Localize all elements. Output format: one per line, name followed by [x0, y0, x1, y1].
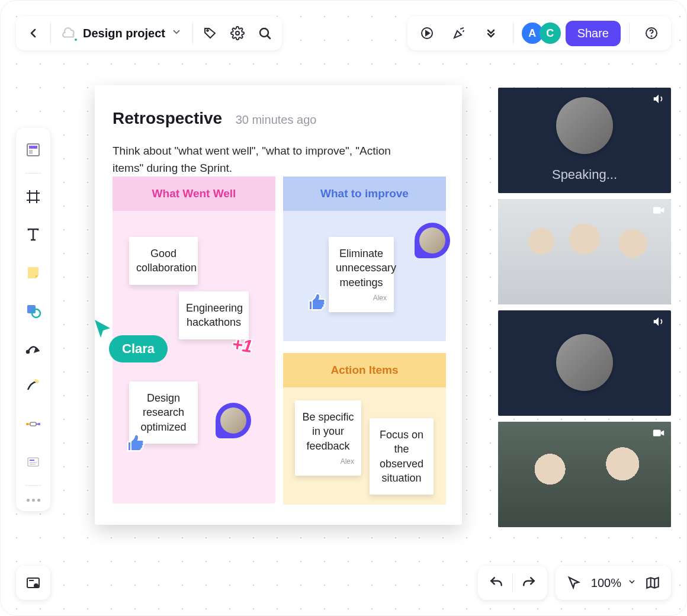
separator: [512, 573, 513, 592]
cloud-icon: [62, 25, 77, 41]
volume-icon: [652, 92, 665, 108]
speaking-status: Speaking...: [498, 167, 671, 182]
collaborator-cursor-label: Clara: [109, 335, 168, 362]
cursor-icon: [94, 319, 114, 340]
separator: [50, 23, 51, 44]
project-selector[interactable]: Design project: [54, 25, 189, 41]
tool-shapes[interactable]: [20, 297, 47, 324]
sticky-note[interactable]: Eliminate unnecessary meetings Alex: [329, 237, 394, 312]
sticky-note[interactable]: Focus on the observed situation: [370, 418, 434, 495]
tool-line[interactable]: [20, 335, 47, 362]
tool-text[interactable]: [20, 221, 47, 248]
svg-point-0: [207, 30, 208, 31]
more-tools-button[interactable]: [27, 490, 40, 508]
svg-point-20: [27, 351, 29, 353]
note-text: Good collaboration: [136, 246, 191, 275]
separator: [192, 23, 193, 44]
sync-status-dot: [73, 37, 78, 42]
chevron-down-icon: [171, 27, 182, 40]
sticky-note[interactable]: Good collaboration: [129, 237, 198, 285]
column-heading: What Went Well: [113, 177, 275, 211]
thumbs-up-icon[interactable]: [303, 289, 327, 313]
view-controls: 100%: [556, 566, 671, 600]
pointer-tool-button[interactable]: [560, 569, 588, 596]
video-call-panel: Speaking...: [498, 88, 671, 527]
sticky-note[interactable]: Engineering hackathons: [179, 291, 249, 339]
tool-pen[interactable]: [20, 373, 47, 400]
svg-rect-30: [653, 207, 661, 214]
note-text: Be specific in your feedback: [302, 410, 354, 453]
svg-rect-29: [30, 464, 36, 465]
svg-line-3: [267, 36, 270, 39]
board-title: Retrospective: [113, 109, 222, 127]
note-author: Alex: [302, 457, 354, 466]
note-text: Eliminate unnecessary meetings: [336, 246, 387, 290]
share-button[interactable]: Share: [566, 21, 621, 46]
side-toolbar: [16, 128, 50, 511]
tool-connector[interactable]: [20, 410, 47, 438]
tag-button[interactable]: [197, 20, 224, 47]
svg-point-35: [34, 584, 38, 588]
svg-line-7: [463, 31, 464, 31]
svg-rect-27: [30, 460, 34, 461]
expand-down-button[interactable]: [477, 20, 505, 47]
svg-marker-33: [661, 430, 664, 435]
svg-rect-12: [29, 146, 37, 149]
undo-button[interactable]: [483, 569, 510, 596]
separator: [25, 485, 41, 486]
zoom-level[interactable]: 100%: [588, 576, 625, 590]
confetti-button[interactable]: [445, 20, 473, 47]
note-text: Design research optimized: [136, 391, 191, 434]
svg-rect-23: [30, 422, 36, 426]
avatar: [556, 97, 613, 154]
plus-one-reaction[interactable]: +1: [231, 334, 254, 357]
history-controls: [478, 566, 547, 600]
note-text: Focus on the observed situation: [377, 428, 426, 485]
board-subtitle: Think about "what went well", "what to i…: [113, 142, 420, 177]
sticky-note[interactable]: Be specific in your feedback Alex: [295, 400, 361, 476]
svg-line-8: [463, 28, 463, 28]
svg-rect-28: [30, 462, 37, 463]
svg-point-24: [26, 423, 28, 425]
back-button[interactable]: [20, 20, 47, 47]
tool-templates[interactable]: [20, 136, 47, 163]
svg-marker-31: [661, 207, 664, 213]
svg-point-10: [651, 36, 652, 37]
avatar: [556, 334, 613, 391]
video-tile[interactable]: [498, 199, 671, 304]
redo-button[interactable]: [515, 569, 542, 596]
camera-icon: [652, 426, 665, 442]
bottom-right-controls: 100%: [478, 566, 671, 600]
collaborator-avatar-c[interactable]: C: [540, 23, 561, 44]
map-view-button[interactable]: [639, 569, 666, 596]
note-author: Alex: [336, 293, 387, 303]
avatar: [220, 408, 246, 434]
help-button[interactable]: [638, 20, 665, 47]
thumbs-up-icon[interactable]: [122, 430, 146, 454]
settings-button[interactable]: [224, 20, 251, 47]
editor-presence-bubble[interactable]: [415, 223, 450, 258]
video-tile[interactable]: [498, 310, 671, 416]
video-feed: [498, 199, 671, 304]
volume-icon: [652, 315, 665, 331]
column-heading: What to improve: [283, 177, 446, 211]
tool-frame[interactable]: [20, 183, 47, 210]
tool-sticky-note[interactable]: [20, 259, 47, 286]
video-tile[interactable]: Speaking...: [498, 88, 671, 193]
svg-point-25: [38, 423, 40, 425]
board-timestamp: 30 minutes ago: [236, 113, 317, 126]
svg-marker-5: [426, 31, 429, 36]
editor-presence-bubble[interactable]: [216, 403, 251, 438]
avatar: [419, 227, 445, 254]
camera-icon: [652, 204, 665, 219]
svg-rect-36: [29, 580, 34, 581]
video-tile[interactable]: [498, 422, 671, 527]
chevron-down-icon[interactable]: [625, 577, 639, 589]
column-heading: Action Items: [283, 353, 446, 387]
play-button[interactable]: [413, 20, 441, 47]
minimap-button[interactable]: [16, 566, 50, 600]
search-button[interactable]: [251, 20, 278, 47]
top-toolbar-left: Design project: [16, 16, 282, 50]
svg-point-1: [236, 31, 239, 35]
tool-card[interactable]: [20, 448, 47, 476]
